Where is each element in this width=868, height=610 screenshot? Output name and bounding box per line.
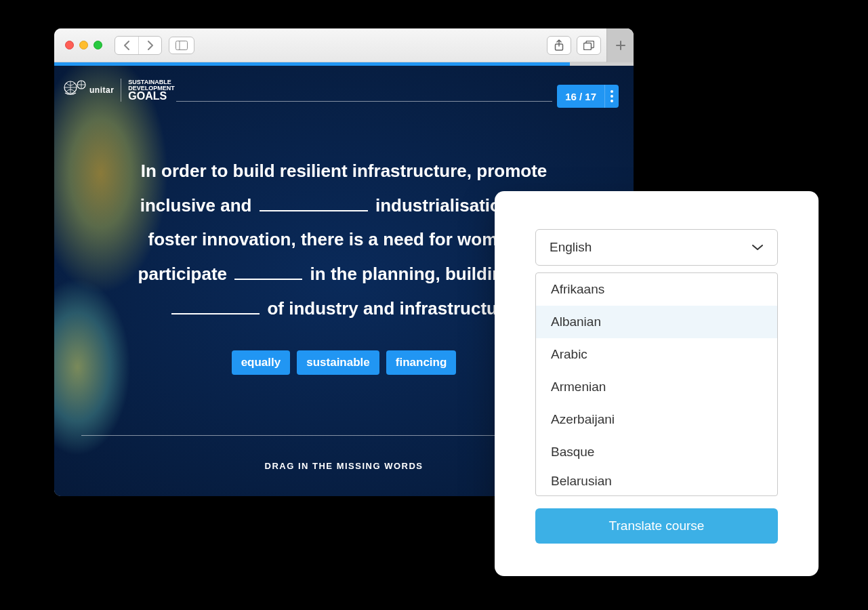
back-button[interactable] [115, 37, 138, 54]
logo: unitar SUSTAINABLE DEVELOPMENT GOALS [62, 78, 175, 102]
logo-text: unitar [89, 86, 114, 94]
option-armenian[interactable]: Armenian [536, 371, 777, 403]
traffic-lights [65, 41, 102, 49]
blank-1[interactable] [260, 192, 368, 211]
blank-3[interactable] [171, 295, 260, 314]
minimize-window-button[interactable] [79, 41, 88, 49]
chip-sustainable[interactable]: sustainable [297, 350, 379, 375]
logo-divider [121, 79, 121, 102]
selected-language: English [550, 240, 592, 255]
option-basque[interactable]: Basque [536, 436, 777, 468]
option-albanian[interactable]: Albanian [536, 306, 777, 338]
chip-equally[interactable]: equally [232, 350, 291, 375]
course-menu-button[interactable] [604, 85, 619, 108]
q-line3: foster innovation, there is a need for w… [148, 229, 540, 249]
un-emblem-icon [62, 78, 87, 102]
counter-text: 16 / 17 [557, 91, 604, 102]
sidebar-toggle-button[interactable] [169, 37, 194, 54]
new-tab-button[interactable] [606, 28, 634, 62]
option-arabic[interactable]: Arabic [536, 338, 777, 371]
q-line5b: of industry and infrastructure. [267, 298, 518, 319]
share-icon [554, 39, 564, 52]
chevron-down-icon [751, 244, 764, 251]
close-window-button[interactable] [65, 41, 74, 49]
option-belarusian[interactable]: Belarusian [536, 468, 777, 495]
language-select[interactable]: English [535, 229, 778, 266]
share-button[interactable] [547, 36, 571, 55]
forward-button[interactable] [138, 37, 161, 54]
svg-rect-3 [584, 43, 592, 49]
tabs-button[interactable] [577, 36, 601, 55]
svg-rect-0 [176, 41, 188, 49]
title-bar [54, 28, 634, 62]
translate-button[interactable]: Translate course [535, 508, 778, 544]
maximize-window-button[interactable] [94, 41, 102, 49]
translate-panel: English Afrikaans Albanian Arabic Armeni… [495, 191, 819, 576]
tabs-icon [583, 41, 594, 50]
nav-buttons [115, 36, 162, 55]
option-azerbaijani[interactable]: Azerbaijani [536, 403, 777, 436]
progress-counter[interactable]: 16 / 17 [557, 85, 619, 108]
chip-financing[interactable]: financing [386, 350, 457, 375]
logo-org: unitar [89, 86, 114, 94]
logo-sdg-text: SUSTAINABLE DEVELOPMENT GOALS [128, 79, 175, 101]
option-afrikaans[interactable]: Afrikaans [536, 273, 777, 306]
chevron-left-icon [123, 41, 130, 50]
q-line2a: inclusive and [140, 195, 252, 216]
q-line1: In order to build resilient infrastructu… [141, 161, 547, 181]
plus-icon [615, 40, 626, 51]
language-options: Afrikaans Albanian Arabic Armenian Azerb… [535, 272, 778, 496]
top-divider [176, 101, 552, 102]
logo-line3: GOALS [128, 92, 175, 101]
blank-2[interactable] [234, 260, 302, 280]
chevron-right-icon [147, 41, 154, 50]
sidebar-icon [175, 41, 188, 50]
q-line4a: participate [138, 264, 228, 284]
